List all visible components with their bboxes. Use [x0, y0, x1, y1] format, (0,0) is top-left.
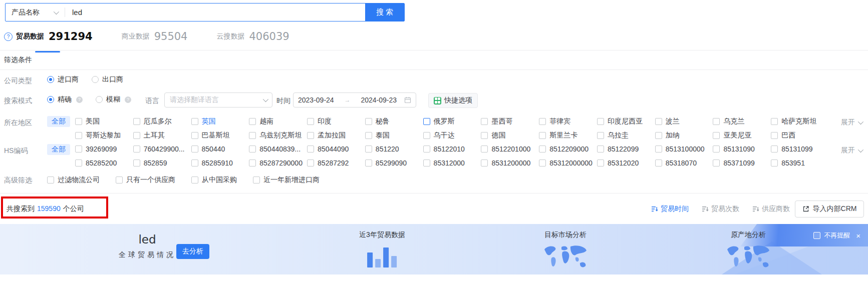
- checkbox-icon[interactable]: [655, 160, 662, 166]
- region-checkbox-item[interactable]: 亚美尼亚: [713, 131, 771, 140]
- checkbox-icon[interactable]: [713, 146, 720, 152]
- checkbox-icon[interactable]: [191, 132, 198, 139]
- checkbox-icon[interactable]: [713, 118, 720, 125]
- checkbox-icon[interactable]: [771, 160, 778, 166]
- region-checkbox-item[interactable]: 巴基斯坦: [191, 131, 249, 140]
- checkbox-icon[interactable]: [539, 118, 546, 125]
- search-input[interactable]: [65, 4, 365, 21]
- date-start[interactable]: 2023-09-24: [298, 96, 334, 104]
- tab-business-data[interactable]: 商业数据 95504: [122, 30, 188, 42]
- hs-checkbox-item[interactable]: 853951: [771, 159, 829, 167]
- region-checkbox-item[interactable]: 土耳其: [133, 131, 191, 140]
- close-icon[interactable]: ×: [856, 232, 860, 240]
- hs-checkbox-item[interactable]: 85122099: [597, 145, 655, 153]
- checkbox-icon[interactable]: [365, 146, 372, 152]
- checkbox-icon[interactable]: [307, 160, 314, 166]
- sort-supplier-count[interactable]: 供应商数: [752, 204, 790, 214]
- checkbox-icon[interactable]: [133, 146, 140, 152]
- checkbox-icon[interactable]: [365, 160, 372, 166]
- search-button[interactable]: 搜 索: [365, 4, 404, 21]
- hs-checkbox-item[interactable]: 850440839...: [249, 145, 307, 153]
- checkbox-icon[interactable]: [771, 118, 778, 125]
- dismiss-control[interactable]: 不再提醒 ×: [813, 231, 860, 240]
- region-expand-button[interactable]: 展开: [841, 118, 862, 127]
- language-select[interactable]: 请选择翻译语言: [164, 92, 272, 108]
- advanced-checkbox-item[interactable]: 只有一个供应商: [116, 176, 175, 184]
- hs-checkbox-item[interactable]: 85122010: [423, 145, 481, 153]
- region-checkbox-item[interactable]: 印度: [307, 117, 365, 126]
- region-checkbox-item[interactable]: 孟加拉国: [307, 131, 365, 140]
- advanced-checkbox-item[interactable]: 近一年新增进口商: [253, 176, 320, 184]
- region-checkbox-item[interactable]: 泰国: [365, 131, 423, 140]
- region-checkbox-item[interactable]: 印度尼西亚: [597, 117, 655, 126]
- checkbox-icon[interactable]: [249, 118, 256, 125]
- checkbox-icon[interactable]: [249, 132, 256, 139]
- checkbox-icon[interactable]: [133, 160, 140, 166]
- checkbox-icon[interactable]: [771, 132, 778, 139]
- checkbox-icon[interactable]: [191, 176, 198, 184]
- checkbox-icon[interactable]: [655, 132, 662, 139]
- hs-checkbox-item[interactable]: 8512209000: [539, 145, 597, 153]
- region-checkbox-item[interactable]: 哈萨克斯坦: [771, 117, 829, 126]
- advanced-checkbox-item[interactable]: 从中国采购: [191, 176, 237, 184]
- checkbox-icon[interactable]: [539, 132, 546, 139]
- radio-importer[interactable]: 进口商: [47, 75, 79, 84]
- checkbox-icon[interactable]: [423, 146, 430, 152]
- region-checkbox-item[interactable]: 乌兹别克斯坦: [249, 131, 307, 140]
- sort-trade-count[interactable]: 贸易次数: [702, 204, 739, 214]
- region-checkbox-item[interactable]: 哥斯达黎加: [75, 131, 133, 140]
- hs-all-chip[interactable]: 全部: [47, 144, 70, 155]
- checkbox-icon[interactable]: [133, 118, 140, 125]
- checkbox-icon[interactable]: [191, 146, 198, 152]
- region-checkbox-item[interactable]: 英国: [191, 117, 249, 126]
- checkbox-icon[interactable]: [133, 132, 140, 139]
- hs-checkbox-item[interactable]: 85285200: [75, 159, 133, 167]
- region-checkbox-item[interactable]: 乌干达: [423, 131, 481, 140]
- checkbox-icon[interactable]: [481, 146, 488, 152]
- checkbox-icon[interactable]: [249, 146, 256, 152]
- checkbox-icon[interactable]: [597, 160, 604, 166]
- checkbox-icon[interactable]: [47, 176, 54, 184]
- hs-checkbox-item[interactable]: 85312020: [597, 159, 655, 167]
- checkbox-icon[interactable]: [539, 160, 546, 166]
- region-checkbox-item[interactable]: 墨西哥: [481, 117, 539, 126]
- region-checkbox-item[interactable]: 乌拉圭: [597, 131, 655, 140]
- hs-checkbox-item[interactable]: 85299090: [365, 159, 423, 167]
- checkbox-icon[interactable]: [307, 118, 314, 125]
- checkbox-icon[interactable]: [597, 118, 604, 125]
- region-all-chip[interactable]: 全部: [47, 116, 70, 127]
- checkbox-icon[interactable]: [655, 118, 662, 125]
- hs-checkbox-item[interactable]: 852859: [133, 159, 191, 167]
- quick-options-button[interactable]: 快捷选项: [428, 93, 478, 108]
- tab-cloud-search-data[interactable]: 云搜数据 406039: [216, 30, 289, 42]
- hs-checkbox-item[interactable]: 85131090: [713, 145, 771, 153]
- region-checkbox-item[interactable]: 厄瓜多尔: [133, 117, 191, 126]
- region-checkbox-item[interactable]: 俄罗斯: [423, 117, 481, 126]
- checkbox-icon[interactable]: [116, 176, 123, 184]
- hs-checkbox-item[interactable]: 85312000000: [539, 159, 597, 167]
- region-checkbox-item[interactable]: 波兰: [655, 117, 713, 126]
- checkbox-icon[interactable]: [423, 118, 430, 125]
- advanced-checkbox-item[interactable]: 过滤物流公司: [47, 176, 100, 184]
- region-checkbox-item[interactable]: 巴西: [771, 131, 829, 140]
- region-checkbox-item[interactable]: 菲律宾: [539, 117, 597, 126]
- sort-trade-time[interactable]: 贸易时间: [651, 204, 689, 214]
- checkbox-icon[interactable]: [307, 146, 314, 152]
- checkbox-icon[interactable]: [771, 146, 778, 152]
- hs-checkbox-item[interactable]: 8513100000: [655, 145, 713, 153]
- hs-checkbox-item[interactable]: 85371099: [713, 159, 771, 167]
- region-checkbox-item[interactable]: 德国: [481, 131, 539, 140]
- checkbox-icon[interactable]: [365, 132, 372, 139]
- hs-checkbox-item[interactable]: 8512201000: [481, 145, 539, 153]
- hs-checkbox-item[interactable]: 39269099: [75, 145, 133, 153]
- checkbox-icon[interactable]: [75, 160, 82, 166]
- dismiss-checkbox-icon[interactable]: [813, 232, 820, 239]
- tab-trade-data[interactable]: 贸易数据 291294: [16, 30, 93, 42]
- checkbox-icon[interactable]: [365, 118, 372, 125]
- checkbox-icon[interactable]: [597, 132, 604, 139]
- hs-checkbox-item[interactable]: 85287292: [307, 159, 365, 167]
- region-checkbox-item[interactable]: 美国: [75, 117, 133, 126]
- hs-expand-button[interactable]: 展开: [841, 146, 862, 155]
- hs-checkbox-item[interactable]: 85312000: [423, 159, 481, 167]
- checkbox-icon[interactable]: [713, 132, 720, 139]
